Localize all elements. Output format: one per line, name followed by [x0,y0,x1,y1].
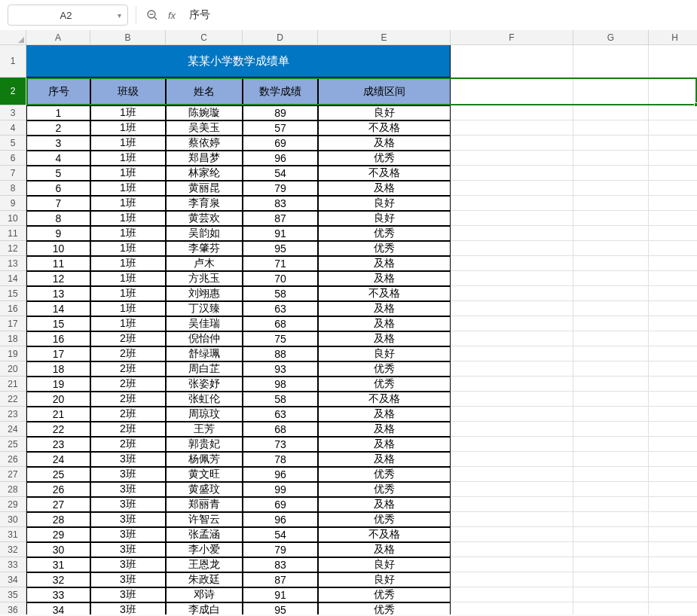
row-header[interactable]: 21 [0,377,26,392]
cell[interactable]: 李肇芬 [166,241,243,256]
header-cell[interactable]: 序号 [26,78,90,105]
cell[interactable]: 吴韵如 [166,226,243,241]
cell[interactable]: 27 [26,497,90,512]
cell[interactable]: 2班 [90,407,166,422]
cell[interactable] [649,120,697,136]
cell[interactable]: 许智云 [166,512,243,527]
cell[interactable]: 83 [243,557,318,572]
cell[interactable]: 倪怡仲 [166,331,243,346]
spreadsheet-grid[interactable]: ABCDEFGH 1234567891011121314151617181920… [0,30,697,614]
cell[interactable] [649,346,697,361]
cell[interactable]: 李育泉 [166,196,243,211]
cell[interactable] [649,377,697,392]
cell[interactable]: 及格 [318,271,451,286]
cell[interactable]: 3班 [90,557,166,572]
cell[interactable] [573,316,649,331]
column-header[interactable]: A [26,30,90,45]
cell[interactable] [451,78,573,105]
cell[interactable] [573,467,649,482]
cell[interactable] [573,527,649,542]
cell[interactable] [649,497,697,512]
cell[interactable]: 优秀 [318,241,451,256]
cell[interactable]: 58 [243,286,318,301]
cell[interactable]: 12 [26,271,90,286]
cell[interactable]: 3班 [90,452,166,467]
row-header[interactable]: 30 [0,512,26,527]
cell[interactable]: 优秀 [318,151,451,166]
cell[interactable]: 69 [243,497,318,512]
cell[interactable] [573,452,649,467]
cell[interactable] [573,557,649,572]
cell[interactable]: 17 [26,346,90,361]
cell[interactable]: 李成白 [166,602,243,614]
cell[interactable]: 朱政廷 [166,572,243,587]
cell[interactable]: 16 [26,331,90,346]
cell[interactable]: 3班 [90,467,166,482]
cell[interactable]: 19 [26,377,90,392]
cell[interactable]: 1班 [90,181,166,196]
cell[interactable]: 卢木 [166,256,243,271]
cell[interactable]: 78 [243,452,318,467]
header-cell[interactable]: 数学成绩 [243,78,318,105]
cell[interactable] [573,45,649,78]
cell[interactable]: 7 [26,196,90,211]
cell[interactable] [649,482,697,497]
cell[interactable]: 张孟涵 [166,527,243,542]
cell[interactable]: 不及格 [318,527,451,542]
cell[interactable]: 良好 [318,557,451,572]
row-header[interactable]: 35 [0,587,26,602]
cell[interactable]: 良好 [318,211,451,226]
zoom-out-icon[interactable] [144,9,160,21]
cell[interactable]: 57 [243,120,318,136]
cell[interactable]: 98 [243,377,318,392]
column-header[interactable]: H [649,30,697,45]
cell[interactable] [649,136,697,151]
cell[interactable]: 优秀 [318,482,451,497]
cell[interactable] [451,105,573,120]
column-header[interactable]: C [166,30,243,45]
row-header[interactable]: 27 [0,467,26,482]
cell[interactable]: 1班 [90,226,166,241]
cell[interactable]: 不及格 [318,166,451,181]
cell[interactable] [451,45,573,78]
cell[interactable]: 95 [243,241,318,256]
cell[interactable]: 91 [243,587,318,602]
cell[interactable] [451,120,573,136]
cell[interactable] [649,542,697,557]
cell[interactable]: 郑丽青 [166,497,243,512]
cell[interactable]: 舒绿珮 [166,346,243,361]
cell[interactable]: 优秀 [318,361,451,377]
cell[interactable]: 1班 [90,196,166,211]
cell[interactable]: 75 [243,331,318,346]
row-header[interactable]: 14 [0,271,26,286]
cell[interactable]: 优秀 [318,512,451,527]
cell[interactable] [573,271,649,286]
cell[interactable]: 黄文旺 [166,467,243,482]
cell[interactable]: 1班 [90,105,166,120]
cell[interactable] [649,437,697,452]
cell[interactable]: 73 [243,437,318,452]
cell[interactable]: 2 [26,120,90,136]
cell[interactable]: 21 [26,407,90,422]
cell[interactable] [451,392,573,407]
row-header[interactable]: 13 [0,256,26,271]
cell[interactable]: 9 [26,226,90,241]
cell[interactable]: 1班 [90,316,166,331]
cell[interactable] [573,572,649,587]
cell[interactable]: 吴美玉 [166,120,243,136]
cell[interactable] [573,181,649,196]
cell[interactable] [451,196,573,211]
cell[interactable] [451,542,573,557]
cell[interactable]: 3班 [90,512,166,527]
cell[interactable]: 1班 [90,136,166,151]
cell[interactable] [573,377,649,392]
cell[interactable]: 54 [243,527,318,542]
cell[interactable] [573,78,649,105]
cell[interactable]: 方兆玉 [166,271,243,286]
cell[interactable] [649,301,697,316]
cell[interactable] [451,467,573,482]
cell[interactable] [451,361,573,377]
cell[interactable] [451,602,573,614]
cell[interactable]: 良好 [318,196,451,211]
cell[interactable]: 99 [243,482,318,497]
